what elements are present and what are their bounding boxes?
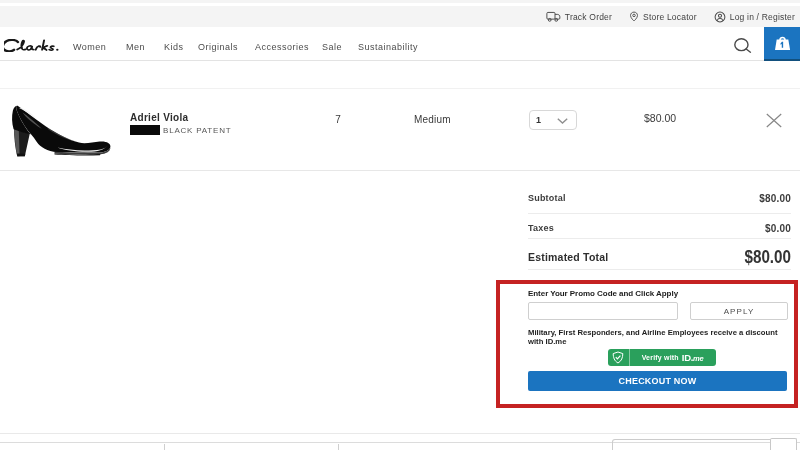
nav-item-kids[interactable]: Kids bbox=[164, 42, 184, 52]
store-locator-label: Store Locator bbox=[643, 12, 697, 22]
nav-item-sale[interactable]: Sale bbox=[322, 42, 342, 52]
nav-item-women[interactable]: Women bbox=[73, 42, 106, 52]
chevron-down-icon bbox=[557, 118, 568, 124]
cart-row-bottom-border bbox=[0, 170, 800, 171]
product-image[interactable] bbox=[10, 99, 113, 162]
idme-logo: ID.me bbox=[682, 352, 704, 363]
remove-item-button[interactable] bbox=[766, 113, 782, 128]
apply-button[interactable]: APPLY bbox=[690, 302, 788, 320]
military-note: Military, First Responders, and Airline … bbox=[528, 328, 798, 346]
product-size: 7 bbox=[330, 114, 346, 125]
search-icon-button[interactable] bbox=[733, 38, 753, 53]
footer-promo-button bbox=[770, 438, 797, 450]
summary-divider bbox=[528, 213, 791, 214]
track-order-link[interactable]: Track Order bbox=[546, 11, 612, 23]
footer-tick-1 bbox=[164, 444, 165, 450]
close-icon bbox=[766, 113, 782, 128]
cart-row-top-border bbox=[0, 88, 800, 89]
promo-label: Enter Your Promo Code and Click Apply bbox=[528, 289, 678, 298]
login-register-label: Log in / Register bbox=[730, 12, 795, 22]
login-register-link[interactable]: Log in / Register bbox=[714, 11, 795, 23]
product-color: BLACK PATENT bbox=[163, 126, 231, 135]
store-locator-link[interactable]: Store Locator bbox=[629, 11, 697, 22]
taxes-value: $0.00 bbox=[528, 223, 791, 234]
nav-item-men[interactable]: Men bbox=[126, 42, 145, 52]
bag-icon bbox=[774, 35, 791, 51]
idme-verify-button[interactable]: Verify with ID.me bbox=[608, 349, 716, 367]
nav-item-sustainability[interactable]: Sustainability bbox=[358, 42, 418, 52]
clarks-logo-icon bbox=[4, 39, 59, 53]
quantity-select[interactable]: 1 bbox=[529, 110, 577, 130]
estimated-total-value: $80.00 bbox=[581, 246, 791, 268]
summary-divider-2 bbox=[528, 238, 791, 239]
product-width: Medium bbox=[414, 114, 451, 125]
nav-item-accessories[interactable]: Accessories bbox=[255, 42, 309, 52]
footer-divider-1 bbox=[0, 433, 800, 434]
utility-links: Track Order Store Locator Log in / Regis… bbox=[0, 6, 800, 27]
nav-item-originals[interactable]: Originals bbox=[198, 42, 238, 52]
shield-check-icon bbox=[608, 349, 630, 367]
track-order-label: Track Order bbox=[565, 12, 612, 22]
cart-bag-button[interactable] bbox=[764, 27, 800, 61]
idme-verify-label: Verify with bbox=[642, 354, 679, 361]
search-icon bbox=[733, 38, 753, 53]
product-price: $80.00 bbox=[644, 112, 676, 124]
footer-tick-2 bbox=[338, 444, 339, 450]
person-icon bbox=[714, 11, 726, 23]
summary-divider-3 bbox=[528, 269, 791, 270]
clarks-logo[interactable] bbox=[4, 38, 59, 56]
color-swatch bbox=[130, 125, 160, 135]
truck-icon bbox=[546, 11, 561, 23]
subtotal-value: $80.00 bbox=[528, 193, 791, 204]
quantity-value: 1 bbox=[536, 115, 541, 125]
promo-code-input[interactable] bbox=[528, 302, 678, 320]
map-pin-icon bbox=[629, 11, 639, 22]
checkout-button[interactable]: CHECKOUT NOW bbox=[528, 371, 787, 391]
product-name[interactable]: Adriel Viola bbox=[130, 112, 188, 123]
black-pump-shoe-image bbox=[10, 99, 113, 158]
